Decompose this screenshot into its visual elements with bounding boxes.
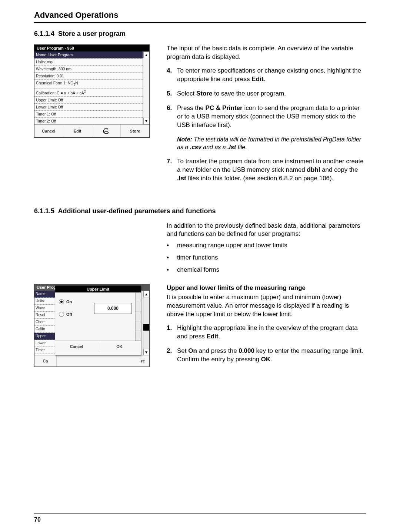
- footer-rule: [34, 513, 366, 513]
- step-text: To enter more specifications or change e…: [177, 67, 361, 83]
- scroll-down-icon[interactable]: ▼: [143, 349, 149, 355]
- step-number: 7.: [167, 157, 177, 183]
- bullet-item: •measuring range upper and lower limits: [167, 241, 366, 250]
- radio-off[interactable]: Off: [59, 312, 89, 317]
- step-number: 2.: [167, 347, 177, 364]
- background-scrollbar[interactable]: ▲ ▼: [143, 291, 149, 355]
- list-row-name[interactable]: Name: User Program: [34, 51, 143, 58]
- bullet-item: •chemical forms: [167, 266, 366, 274]
- step-text: Highlight the appropriate line in the ov…: [177, 324, 358, 340]
- bg-row: Resol: [34, 312, 55, 319]
- section-heading: Additional user-defined parameters and f…: [58, 207, 216, 215]
- radio-icon: [59, 299, 64, 304]
- bg-row: Lower: [34, 340, 55, 347]
- list-row-chemical-form[interactable]: Chemical Form 1: NO3N: [34, 80, 143, 88]
- program-list[interactable]: Name: User Program Units: mg/L Wavelengt…: [34, 51, 143, 124]
- list-row-units[interactable]: Units: mg/L: [34, 58, 143, 66]
- step-text: and press the: [197, 347, 239, 354]
- value-input[interactable]: 0.000: [94, 303, 132, 314]
- list-row-upper-limit[interactable]: Upper Limit: Off: [34, 97, 143, 104]
- scroll-up-icon[interactable]: ▲: [143, 291, 149, 297]
- subsection-heading: Upper and lower limits of the measuring …: [167, 284, 366, 292]
- step-text: and copy the: [320, 166, 358, 173]
- bold-term: .lst: [177, 175, 186, 182]
- bg-row: Timer: [34, 347, 55, 354]
- step-text: .: [270, 356, 272, 363]
- dialog-ok-button[interactable]: OK: [98, 341, 141, 352]
- row-text: Chemical Form 1: NO: [36, 81, 74, 85]
- dialog-scroll: [135, 292, 141, 341]
- section2-intro: In addition to the previously defined ba…: [167, 222, 366, 239]
- step-4: 4. To enter more specifications or chang…: [167, 67, 366, 84]
- step-number: 1.: [167, 324, 177, 341]
- step-text: Press the: [177, 104, 206, 111]
- step-number: 6.: [167, 104, 177, 130]
- bg-row: Chem: [34, 319, 55, 326]
- note-text: file.: [236, 144, 247, 150]
- subsection-intro: It is possible to enter a maximum (upper…: [167, 293, 366, 319]
- dialog-title: Upper Limit: [55, 286, 141, 292]
- step-text: Select: [177, 90, 196, 97]
- page-number: 70: [34, 516, 41, 523]
- step-6: 6. Press the PC & Printer icon to send t…: [167, 104, 366, 130]
- printer-icon: [103, 128, 110, 134]
- svg-rect-2: [105, 131, 108, 133]
- window-title: User Program - 950: [34, 45, 149, 51]
- upper-limit-dialog: Upper Limit On Off: [55, 285, 141, 355]
- scroll-up-icon[interactable]: ▲: [143, 51, 149, 58]
- upper-limit-window: User Program 950 Name Units: Wave Resol …: [34, 284, 150, 367]
- row-text: N: [75, 81, 78, 85]
- note-text: and as a: [201, 144, 227, 150]
- scroll-track[interactable]: [143, 58, 149, 118]
- step-number: 5.: [167, 90, 177, 98]
- step-1: 1. Highlight the appropriate line in the…: [167, 324, 366, 341]
- note-block: Note: The test data will be formatted in…: [177, 135, 366, 151]
- bg-row: Calibr: [34, 326, 55, 333]
- bold-term: Edit: [251, 76, 263, 83]
- list-row-wavelength[interactable]: Wavelength: 800 nm: [34, 66, 143, 73]
- bg-cancel-fragment: Ca: [34, 355, 57, 367]
- bg-store-fragment: re: [137, 355, 149, 367]
- user-program-window: User Program - 950 Name: User Program Un…: [34, 44, 150, 138]
- section-number: 6.1.1.5: [34, 207, 54, 215]
- bg-row: Name: [34, 291, 55, 298]
- bold-term: dbhl: [307, 166, 320, 173]
- list-row-timer1[interactable]: Timer 1: Off: [34, 111, 143, 118]
- dialog-cancel-button[interactable]: Cancel: [55, 341, 98, 352]
- bold-term: PC & Printer: [206, 104, 243, 111]
- bg-row: Upper: [34, 333, 55, 340]
- step-text: Set: [177, 347, 188, 354]
- list-row-calibration[interactable]: Calibration: C = a + bA + cA2: [34, 88, 143, 97]
- radio-icon: [59, 312, 64, 317]
- list-row-resolution[interactable]: Resolution: 0.01: [34, 73, 143, 80]
- pc-printer-button[interactable]: [92, 125, 121, 137]
- scroll-down-icon[interactable]: ▼: [143, 118, 149, 124]
- list-row-timer2[interactable]: Timer 2: Off: [34, 118, 143, 124]
- step-text: files into this folder. (see section 6.8…: [186, 175, 334, 182]
- bullet-text: timer functions: [177, 254, 218, 262]
- scrollbar[interactable]: ▲ ▼: [143, 51, 149, 124]
- intro-paragraph: The input of the basic data is complete.…: [167, 44, 366, 61]
- step-7: 7. To transfer the program data from one…: [167, 157, 366, 183]
- bold-term: On: [188, 347, 197, 354]
- scroll-thumb[interactable]: [143, 324, 149, 331]
- step-text: .: [219, 333, 220, 340]
- list-row-lower-limit[interactable]: Lower Limit: Off: [34, 104, 143, 111]
- section-number: 6.1.1.4: [34, 30, 54, 37]
- radio-label: Off: [66, 312, 72, 317]
- store-button[interactable]: Store: [121, 125, 149, 137]
- scroll-track[interactable]: [143, 297, 149, 349]
- step-number: 4.: [167, 67, 177, 84]
- bold-term: .lst: [227, 144, 236, 150]
- page-header: Advanced Operations: [34, 10, 366, 21]
- bold-term: 0.000: [239, 347, 254, 354]
- section-title-2: 6.1.1.5 Additional user-defined paramete…: [34, 207, 366, 215]
- cancel-button[interactable]: Cancel: [34, 125, 63, 137]
- bold-term: OK: [261, 356, 271, 363]
- radio-on[interactable]: On: [59, 299, 89, 304]
- bold-term: Edit: [206, 333, 218, 340]
- bullet-text: measuring range upper and lower limits: [177, 241, 287, 250]
- section-heading: Store a user program: [58, 30, 126, 37]
- edit-button[interactable]: Edit: [63, 125, 92, 137]
- bold-term: .csv: [190, 144, 201, 150]
